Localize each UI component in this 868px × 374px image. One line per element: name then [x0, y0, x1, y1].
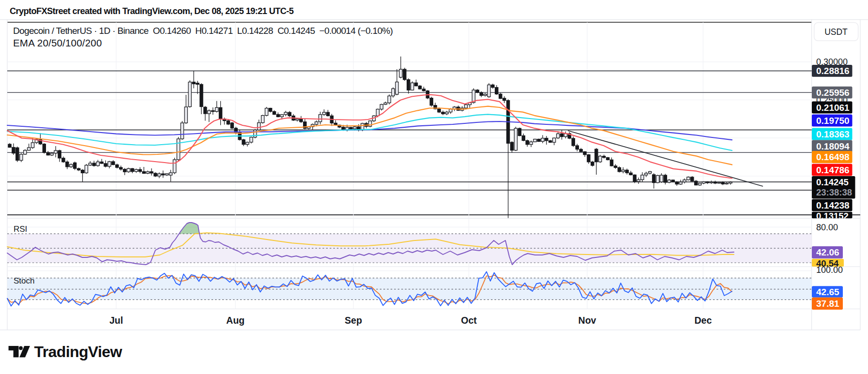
- svg-text:0.25956: 0.25956: [816, 88, 850, 98]
- svg-text:0.28816: 0.28816: [816, 66, 850, 76]
- svg-text:0.16498: 0.16498: [816, 152, 850, 162]
- svg-text:23:38:38: 23:38:38: [816, 187, 852, 197]
- svg-text:Jul: Jul: [109, 315, 123, 326]
- svg-text:37.81: 37.81: [816, 299, 839, 309]
- svg-text:0.19750: 0.19750: [816, 116, 850, 126]
- svg-text:Oct: Oct: [461, 315, 477, 326]
- svg-text:0.14238: 0.14238: [816, 200, 850, 210]
- svg-text:Sep: Sep: [345, 315, 362, 326]
- svg-text:Nov: Nov: [579, 315, 596, 326]
- svg-text:Dec: Dec: [695, 315, 712, 326]
- svg-text:0.21061: 0.21061: [816, 103, 850, 113]
- svg-text:100.00: 100.00: [816, 265, 843, 275]
- svg-text:0.14786: 0.14786: [816, 165, 850, 175]
- svg-text:CryptoFXStreet created with Tr: CryptoFXStreet created with TradingView.…: [10, 6, 294, 16]
- svg-text:0.14245: 0.14245: [816, 177, 849, 187]
- svg-text:Dogecoin / TetherUS · 1D · Bin: Dogecoin / TetherUS · 1D · Binance O0.14…: [13, 26, 393, 36]
- svg-text:80.00: 80.00: [816, 223, 838, 232]
- svg-text:42.06: 42.06: [816, 247, 839, 257]
- svg-text:0.18094: 0.18094: [816, 141, 850, 151]
- svg-text:0.18363: 0.18363: [816, 129, 850, 139]
- svg-text:USDT: USDT: [824, 27, 848, 37]
- svg-text:42.65: 42.65: [816, 287, 839, 297]
- svg-text:TradingView: TradingView: [34, 343, 122, 360]
- svg-text:RSI: RSI: [14, 224, 27, 234]
- svg-text:EMA 20/50/100/200: EMA 20/50/100/200: [13, 37, 102, 48]
- svg-text:Aug: Aug: [226, 315, 244, 326]
- svg-text:Stoch: Stoch: [14, 276, 34, 285]
